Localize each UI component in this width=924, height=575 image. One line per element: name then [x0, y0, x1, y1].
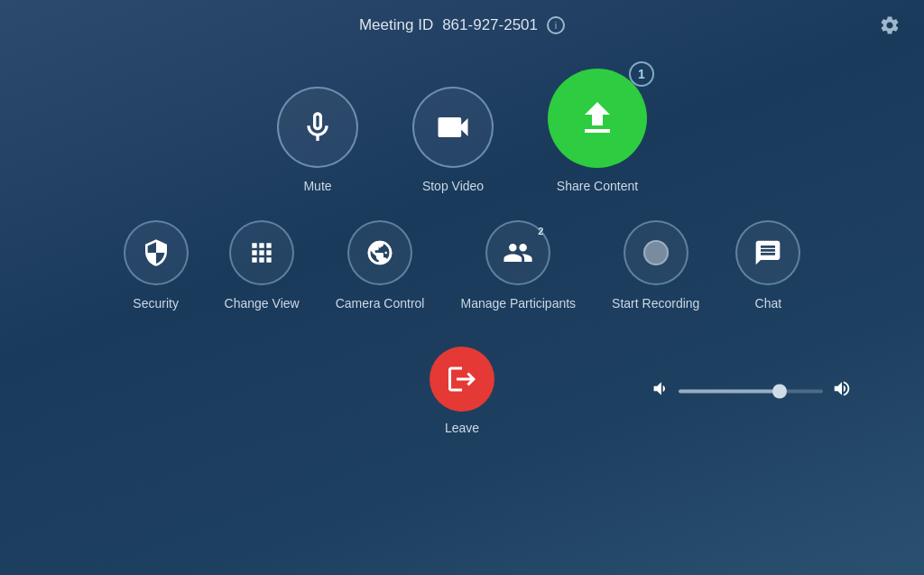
stop-video-circle[interactable] — [412, 87, 494, 168]
buttons-area: Mute Stop Video 1 Share Content — [0, 51, 924, 329]
row-2: Security Change View Camera Cont — [124, 220, 801, 311]
camera-control-button[interactable]: Camera Control — [336, 220, 425, 311]
camera-control-circle[interactable] — [347, 220, 412, 285]
start-recording-label: Start Recording — [612, 296, 699, 311]
security-button[interactable]: Security — [124, 220, 189, 311]
stop-video-button[interactable]: Stop Video — [412, 87, 494, 193]
mute-button[interactable]: Mute — [277, 87, 358, 193]
bottom-area: Leave — [0, 347, 924, 435]
volume-max-icon — [832, 379, 852, 403]
meeting-id-value: 861-927-2501 — [442, 16, 538, 34]
change-view-label: Change View — [225, 296, 300, 311]
chat-button[interactable]: Chat — [735, 220, 800, 311]
header: Meeting ID 861-927-2501 i — [0, 0, 924, 51]
share-content-button[interactable]: 1 Share Content — [548, 69, 647, 193]
participants-badge: 2 — [538, 226, 543, 236]
leave-circle[interactable] — [430, 347, 494, 412]
manage-participants-button[interactable]: 2 Manage Participants — [460, 220, 576, 311]
volume-min-icon — [650, 379, 670, 403]
meeting-id-label: Meeting ID — [359, 16, 433, 34]
info-icon[interactable]: i — [547, 16, 565, 34]
change-view-circle[interactable] — [229, 220, 294, 285]
settings-icon[interactable] — [877, 13, 902, 38]
stop-video-label: Stop Video — [422, 179, 484, 193]
manage-participants-circle[interactable]: 2 — [485, 220, 550, 285]
share-content-badge: 1 — [629, 61, 654, 87]
manage-participants-label: Manage Participants — [460, 296, 576, 311]
leave-label: Leave — [445, 421, 479, 435]
row-1: Mute Stop Video 1 Share Content — [277, 69, 647, 193]
chat-circle[interactable] — [735, 220, 800, 285]
mute-circle[interactable] — [277, 87, 358, 168]
share-content-label: Share Content — [557, 179, 638, 193]
security-label: Security — [133, 296, 179, 311]
start-recording-circle[interactable] — [624, 220, 688, 285]
start-recording-button[interactable]: Start Recording — [612, 220, 699, 311]
change-view-button[interactable]: Change View — [225, 220, 300, 311]
volume-slider[interactable] — [679, 389, 823, 393]
share-content-circle[interactable]: 1 — [548, 69, 647, 168]
volume-control — [650, 379, 852, 403]
camera-control-label: Camera Control — [336, 296, 425, 311]
leave-button[interactable]: Leave — [430, 347, 494, 435]
mute-label: Mute — [303, 179, 331, 193]
chat-label: Chat — [755, 296, 782, 311]
security-circle[interactable] — [124, 220, 189, 285]
volume-fill — [679, 389, 780, 393]
meeting-id-section: Meeting ID 861-927-2501 i — [359, 16, 565, 34]
volume-thumb[interactable] — [772, 384, 787, 398]
